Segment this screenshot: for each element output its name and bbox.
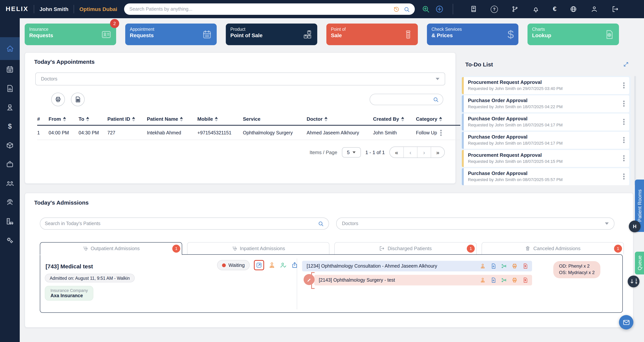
sidebar-item-reports[interactable] <box>0 79 20 98</box>
surgery-note-icon[interactable] <box>304 274 314 285</box>
notifications-icon[interactable] <box>532 5 540 13</box>
patients-search-input[interactable] <box>45 221 318 226</box>
invoice-icon[interactable] <box>522 263 528 269</box>
point-of-sale-card[interactable]: Point of Sale <box>326 24 418 45</box>
sort-icon[interactable] <box>215 117 218 121</box>
current-branch[interactable]: Optimus Dubai <box>80 6 117 12</box>
quick-add-button[interactable] <box>434 4 444 14</box>
sidebar-item-store[interactable] <box>0 155 20 174</box>
prev-page-button[interactable]: ‹ <box>404 147 417 158</box>
sidebar-item-reception[interactable] <box>0 193 20 212</box>
help-icon[interactable]: ? <box>491 6 498 13</box>
sort-icon[interactable] <box>132 117 135 121</box>
transfer-icon[interactable] <box>291 262 298 269</box>
print-button[interactable] <box>51 92 65 106</box>
tab-outpatient-admissions[interactable]: Outpatient Admissions 1 <box>40 242 182 255</box>
open-chart-button[interactable] <box>254 260 264 270</box>
todo-item[interactable]: Procurement Request Approval Requested b… <box>462 77 629 94</box>
admissions-title: Today's Admissions <box>34 199 88 206</box>
sort-icon[interactable] <box>86 117 89 121</box>
search-icon[interactable] <box>404 6 410 13</box>
expand-icon[interactable] <box>623 61 629 68</box>
check-services-card[interactable]: Check Services & Prices $ <box>427 24 518 45</box>
todo-item-menu-icon[interactable] <box>623 139 625 141</box>
sort-icon[interactable] <box>180 117 183 121</box>
next-page-button[interactable]: › <box>417 147 431 158</box>
sidebar-item-patients[interactable] <box>0 174 20 193</box>
messages-fab[interactable] <box>619 315 633 330</box>
sidebar-item-laboratory[interactable] <box>0 98 20 117</box>
hospital-button[interactable]: H <box>629 220 640 232</box>
table-row[interactable]: 1 04:00 PM 04:30 PM 727 Intekhab Ahmed +… <box>37 126 464 140</box>
add-document-icon[interactable] <box>490 263 496 269</box>
status-badge: Waiting <box>217 260 250 270</box>
current-user[interactable]: John Smith <box>40 6 68 12</box>
last-page-button[interactable]: » <box>431 147 444 158</box>
global-search-input[interactable] <box>130 6 390 12</box>
row-actions-menu-icon[interactable] <box>440 132 442 134</box>
todo-item-menu-icon[interactable] <box>623 103 625 104</box>
dollar-icon: $ <box>508 28 514 41</box>
todo-item[interactable]: Purchase Order Approval Requested by Joh… <box>462 132 629 149</box>
sort-icon[interactable] <box>401 117 404 121</box>
procedure-icon[interactable] <box>501 263 507 269</box>
sidebar-item-fleet[interactable] <box>0 212 20 231</box>
patients-search[interactable] <box>40 218 329 230</box>
sidebar-item-home[interactable] <box>0 37 20 60</box>
logout-icon[interactable] <box>612 5 619 13</box>
insurance-requests-card[interactable]: 2 Insurance Requests <box>25 24 116 45</box>
charts-lookup-card[interactable]: Charts Lookup <box>528 24 619 45</box>
first-page-button[interactable]: « <box>390 147 404 158</box>
sidebar-item-settings[interactable] <box>0 231 20 250</box>
patient-checkin-icon[interactable] <box>280 262 287 269</box>
table-search-input[interactable] <box>370 94 443 105</box>
appointment-requests-card[interactable]: Appointment Requests <box>125 24 217 45</box>
invoice-icon[interactable] <box>522 277 528 283</box>
product-pos-card[interactable]: Product Point of Sale <box>226 24 317 45</box>
export-excel-button[interactable] <box>71 92 85 106</box>
todo-item-menu-icon[interactable] <box>623 176 625 177</box>
todo-item[interactable]: Procurement Request Approval Requested b… <box>462 150 629 167</box>
sidebar-item-billing[interactable]: $ <box>0 117 20 136</box>
scrollbar[interactable] <box>634 76 636 185</box>
assign-doctor-icon[interactable] <box>268 262 276 269</box>
tab-canceled-admissions[interactable]: Canceled Admissions 1 <box>482 242 624 254</box>
global-search[interactable] <box>124 4 415 15</box>
admissions-doctors-dropdown[interactable]: Doctors <box>336 218 614 230</box>
search-history-icon[interactable] <box>393 6 400 13</box>
todo-item[interactable]: Purchase Order Approval Requested by Joh… <box>462 114 629 130</box>
print-icon[interactable] <box>512 277 518 283</box>
profile-icon[interactable] <box>591 5 598 13</box>
tab-discharged-patients[interactable]: Discharged Patients 1 <box>334 242 477 254</box>
todo-item-menu-icon[interactable] <box>623 121 625 122</box>
todo-item-menu-icon[interactable] <box>623 158 625 159</box>
todo-item-menu-icon[interactable] <box>623 85 625 86</box>
currency-icon[interactable]: € <box>553 5 556 13</box>
sidebar-item-appointments[interactable] <box>0 60 20 79</box>
kiosk-icon[interactable] <box>470 5 478 13</box>
print-icon[interactable] <box>512 263 518 269</box>
advanced-search-button[interactable] <box>421 4 431 14</box>
tab-inpatient-admissions[interactable]: Inpatient Admissions <box>187 242 330 254</box>
language-globe-icon[interactable] <box>570 5 578 13</box>
queue-tab[interactable]: Queue <box>635 252 644 274</box>
sidebar-item-inventory[interactable] <box>0 136 20 155</box>
patient-title[interactable]: [743] Medical test <box>46 263 93 270</box>
page-size-select[interactable]: 5 <box>342 147 361 157</box>
workflow-icon[interactable] <box>511 5 519 13</box>
sort-icon[interactable] <box>63 117 66 121</box>
service-row-consultation[interactable]: [1234] Ophthalmology Consultation - Ahme… <box>302 261 532 272</box>
sort-numeric-icon: 19 <box>636 278 637 284</box>
sort-icon[interactable] <box>324 117 328 121</box>
search-icon[interactable] <box>318 220 324 227</box>
add-document-icon[interactable] <box>490 277 496 283</box>
service-row-surgery[interactable]: [2143] Ophthalmology Surgery - test <box>314 275 532 286</box>
todo-item[interactable]: Purchase Order Approval Requested by Joh… <box>462 168 629 185</box>
doctor-icon[interactable] <box>480 277 486 283</box>
todo-item[interactable]: Purchase Order Approval Requested by Joh… <box>462 95 629 112</box>
procedure-icon[interactable] <box>501 277 507 283</box>
doctors-filter-dropdown[interactable]: Doctors <box>35 72 445 86</box>
doctor-icon[interactable] <box>480 263 486 269</box>
sort-icon[interactable] <box>439 117 442 121</box>
queue-sort-button[interactable]: 19 <box>628 276 640 287</box>
